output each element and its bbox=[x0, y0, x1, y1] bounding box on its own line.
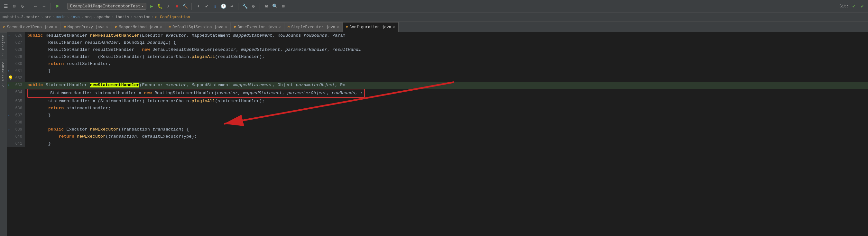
git-check2-icon[interactable]: ✔ bbox=[859, 3, 865, 10]
breadcrumb-org[interactable]: org bbox=[85, 15, 92, 20]
vcs-history-icon[interactable]: 🕐 bbox=[220, 3, 226, 10]
structure-panel-label[interactable]: Z: Structure bbox=[0, 59, 7, 90]
tab-label-1: SecondLevelDemo.java bbox=[7, 25, 53, 30]
project-panel-label[interactable]: 1: Project bbox=[0, 32, 7, 59]
menu-icon[interactable]: ☰ bbox=[3, 3, 9, 10]
line-number-639: ▷ 639 bbox=[7, 126, 25, 133]
build-icon[interactable]: 🔨 bbox=[182, 3, 188, 10]
tab-secondleveldemo[interactable]: C SecondLevelDemo.java × bbox=[0, 22, 60, 32]
table-row: ▷ 637 } bbox=[7, 112, 868, 119]
tab-label-2: MapperProxy.java bbox=[68, 25, 104, 30]
refresh-icon[interactable]: ↻ bbox=[19, 3, 26, 10]
line-content-629: resultSetHandler = (ResultSetHandler) in… bbox=[25, 54, 868, 61]
tab-mappermethod[interactable]: C MapperMethod.java × bbox=[112, 22, 166, 32]
separator4 bbox=[191, 3, 192, 10]
breadcrumb-ibatis[interactable]: ibatis bbox=[116, 15, 129, 20]
line-number-627: 627 bbox=[7, 39, 25, 46]
new-window-icon[interactable]: ⊡ bbox=[263, 3, 270, 10]
line-content-639: public Executor newExecutor(Transaction … bbox=[25, 126, 868, 133]
table-row: 628 ResultSetHandler resultSetHandler = … bbox=[7, 46, 868, 54]
tab-defaultsqlsession[interactable]: C DefaultSqlSession.java × bbox=[165, 22, 231, 32]
close-tab-7[interactable]: × bbox=[393, 25, 395, 29]
tab-label-3: MapperMethod.java bbox=[119, 25, 158, 30]
breadcrumb-project[interactable]: mybatis-3-master bbox=[3, 15, 39, 20]
close-tab-6[interactable]: × bbox=[337, 25, 339, 29]
tab-icon-2: C bbox=[64, 25, 66, 29]
main-area: 1: Project Z: Structure ▷ 626 public Res… bbox=[0, 32, 868, 236]
line-content-634: StatementHandler statementHandler = new … bbox=[25, 89, 868, 98]
breadcrumb-apache[interactable]: apache bbox=[96, 15, 110, 20]
close-tab-5[interactable]: × bbox=[279, 25, 281, 29]
tab-icon-1: C bbox=[3, 25, 5, 29]
close-tab-4[interactable]: × bbox=[225, 25, 227, 29]
tab-configuration[interactable]: C Configuration.java × bbox=[343, 22, 399, 32]
tab-icon-4: C bbox=[168, 25, 171, 29]
tab-baseexecutor[interactable]: C BaseExecutor.java × bbox=[231, 22, 284, 32]
table-row: 627 ResultHandler resultHandler, BoundSq… bbox=[7, 39, 868, 46]
line-content-627: ResultHandler resultHandler, BoundSql bo… bbox=[25, 39, 868, 46]
table-row: ▷ 639 public Executor newExecutor(Transa… bbox=[7, 126, 868, 133]
line-content-630: return resultSetHandler; bbox=[25, 61, 868, 68]
tab-icon-3: C bbox=[115, 25, 117, 29]
breadcrumb-java[interactable]: java bbox=[70, 15, 80, 20]
tab-label-5: BaseExecutor.java bbox=[238, 25, 277, 30]
line-content-626: public ResultSetHandler newResultSetHand… bbox=[25, 32, 868, 39]
separator3 bbox=[64, 3, 64, 10]
code-editor[interactable]: ▷ 626 public ResultSetHandler newResultS… bbox=[7, 32, 868, 236]
table-row: 630 return resultSetHandler; bbox=[7, 61, 868, 68]
line-content-636: return statementHandler; bbox=[25, 105, 868, 112]
run-config-selector[interactable]: Example01PageInterceptorTest ▾ bbox=[67, 3, 146, 10]
line-content-638 bbox=[25, 119, 868, 126]
side-panels: 1: Project Z: Structure bbox=[0, 32, 7, 236]
stop-icon[interactable]: ■ bbox=[174, 3, 180, 10]
run-icon[interactable]: ▶ bbox=[148, 3, 155, 10]
line-content-628: ResultSetHandler resultSetHandler = new … bbox=[25, 46, 868, 54]
table-row: 636 return statementHandler; bbox=[7, 105, 868, 112]
line-content-635: statementHandler = (StatementHandler) in… bbox=[25, 98, 868, 105]
external-tools-icon[interactable]: ⚙ bbox=[250, 3, 256, 10]
line-number-630: 630 bbox=[7, 61, 25, 68]
line-content-631: } bbox=[25, 68, 868, 75]
line-content-632 bbox=[25, 75, 868, 82]
forward-icon[interactable]: → bbox=[41, 3, 47, 10]
git-check-icon[interactable]: ✔ bbox=[850, 3, 857, 10]
breadcrumb-sep1: › bbox=[41, 15, 43, 20]
line-number-632: 💡 632 bbox=[7, 75, 25, 82]
run-config-label: Example01PageInterceptorTest bbox=[70, 4, 140, 9]
tab-icon-5: C bbox=[234, 25, 236, 29]
terminal-icon[interactable]: ⊞ bbox=[280, 3, 286, 10]
line-number-637: ▷ 637 bbox=[7, 112, 25, 119]
tab-mapperproxy[interactable]: C MapperProxy.java × bbox=[60, 22, 112, 32]
close-tab-2[interactable]: × bbox=[106, 25, 108, 29]
line-content-633: public StatementHandler newStatementHand… bbox=[25, 82, 868, 89]
breadcrumb-main[interactable]: main bbox=[56, 15, 66, 20]
bookmark-icon[interactable]: ⚑ bbox=[54, 3, 60, 10]
separator1 bbox=[29, 3, 29, 10]
tab-icon-7: C bbox=[346, 25, 348, 29]
line-number-638: 638 bbox=[7, 119, 25, 126]
back-icon[interactable]: ← bbox=[32, 3, 39, 10]
table-row: 640 return newExecutor(transaction, defa… bbox=[7, 133, 868, 140]
tab-simpleexecutor[interactable]: C SimpleExecutor.java × bbox=[284, 22, 343, 32]
rollback-icon[interactable]: ↩ bbox=[228, 3, 235, 10]
breadcrumb-configuration[interactable]: ⊙ Configuration bbox=[155, 15, 190, 20]
separator2 bbox=[51, 3, 51, 10]
vcs-push-icon[interactable]: ⇧ bbox=[212, 3, 218, 10]
debug-icon[interactable]: 🐛 bbox=[157, 3, 163, 10]
settings-icon[interactable]: 🔧 bbox=[242, 3, 248, 10]
unknown-icon1[interactable]: ⊟ bbox=[11, 3, 18, 10]
vcs-update-icon[interactable]: ⬇ bbox=[195, 3, 202, 10]
search-everywhere-icon[interactable]: 🔍 bbox=[272, 3, 278, 10]
close-tab-3[interactable]: × bbox=[160, 25, 162, 29]
line-content-637: } bbox=[25, 112, 868, 119]
table-row: 629 resultSetHandler = (ResultSetHandler… bbox=[7, 54, 868, 61]
coverage-icon[interactable]: ⚡ bbox=[165, 3, 172, 10]
breadcrumb-session[interactable]: session bbox=[134, 15, 150, 20]
tabs-bar: C SecondLevelDemo.java × C MapperProxy.j… bbox=[0, 22, 868, 32]
close-tab-1[interactable]: × bbox=[55, 25, 57, 29]
vcs-commit-icon[interactable]: ✔ bbox=[203, 3, 210, 10]
breadcrumb-src[interactable]: src bbox=[44, 15, 52, 20]
line-number-640: 640 bbox=[7, 133, 25, 140]
line-number-633: ▷ 633 bbox=[7, 82, 25, 89]
line-content-641: } bbox=[25, 140, 868, 147]
